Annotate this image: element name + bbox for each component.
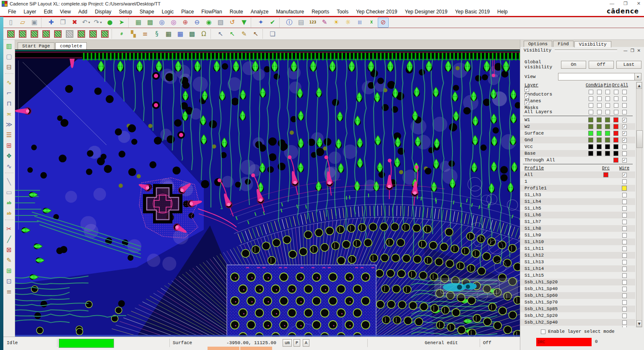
- profile-wire-checkbox[interactable]: [622, 280, 627, 285]
- profile-wire-checkbox[interactable]: [622, 267, 627, 271]
- trace-slide-icon[interactable]: ╱: [4, 234, 15, 245]
- route-fanout-icon[interactable]: [52, 29, 63, 39]
- maximize-button[interactable]: ❐: [623, 1, 628, 6]
- group-vis-checkbox[interactable]: [589, 90, 593, 94]
- menu-tools[interactable]: Tools: [333, 8, 352, 16]
- layer-swap-icon[interactable]: ❖: [4, 151, 15, 161]
- panel-close-icon[interactable]: ✕: [637, 48, 641, 53]
- delete-icon[interactable]: ✖: [69, 18, 80, 28]
- ratsnest-icon[interactable]: ✦: [255, 18, 266, 28]
- visibility-off-button[interactable]: Off: [589, 61, 614, 69]
- menu-route[interactable]: Route: [226, 8, 247, 16]
- grid-toggle-icon[interactable]: #: [116, 29, 127, 39]
- group-vis-checkbox[interactable]: [614, 96, 618, 101]
- profile-wire-checkbox[interactable]: [622, 213, 627, 218]
- layer-color-swatch[interactable]: [597, 137, 602, 143]
- profile-wire-checkbox[interactable]: [622, 300, 627, 305]
- layer-color-swatch[interactable]: [605, 131, 610, 136]
- group-vis-checkbox[interactable]: [597, 110, 602, 114]
- layer-all-checkbox[interactable]: [622, 145, 627, 149]
- profile-wire-checkbox[interactable]: [622, 320, 627, 325]
- profile-drc-swatch[interactable]: [603, 172, 608, 177]
- profile-wire-checkbox[interactable]: [622, 233, 627, 238]
- chevron-down-icon[interactable]: ▼: [634, 73, 641, 80]
- group-vis-checkbox[interactable]: [614, 103, 618, 108]
- zoom-in-icon[interactable]: ⊕: [180, 18, 191, 28]
- verify-icon[interactable]: ✔: [267, 18, 278, 28]
- route-hug-icon[interactable]: [88, 29, 99, 39]
- zoom-points-icon[interactable]: ◎: [168, 18, 179, 28]
- layer-color-swatch[interactable]: [605, 117, 610, 122]
- menu-manufacture[interactable]: Manufacture: [272, 8, 308, 16]
- component-info-icon[interactable]: ▤: [296, 18, 306, 28]
- via-meander-icon[interactable]: ∿: [4, 161, 15, 172]
- menu-place[interactable]: Place: [177, 8, 197, 16]
- cm-table-icon[interactable]: ▦: [163, 29, 174, 39]
- group-vis-checkbox[interactable]: [622, 110, 627, 114]
- layer-all-checkbox[interactable]: [622, 118, 627, 122]
- panel-tab-visibility[interactable]: Visibility: [574, 41, 611, 47]
- pad-edit-icon[interactable]: ⊞: [4, 266, 15, 276]
- profile-wire-checkbox[interactable]: [622, 193, 627, 197]
- layer-color-swatch[interactable]: [613, 158, 618, 163]
- profile-wire-checkbox[interactable]: [622, 240, 627, 244]
- layer-all-checkbox[interactable]: [622, 124, 627, 129]
- zoom-world-icon[interactable]: ▩: [145, 18, 156, 28]
- group-vis-checkbox[interactable]: [597, 90, 602, 94]
- layer-color-swatch[interactable]: [597, 124, 602, 129]
- menu-yep-checker-2019[interactable]: Yep Checker 2019: [352, 8, 401, 16]
- enable-layer-select-checkbox[interactable]: [541, 329, 545, 334]
- route-fan-icon[interactable]: ≫: [4, 119, 15, 130]
- add-connect-icon[interactable]: ∿: [4, 78, 15, 88]
- route-matrix-icon[interactable]: ⊞: [4, 140, 15, 151]
- group-vis-checkbox[interactable]: [597, 103, 602, 108]
- layer-color-swatch[interactable]: [597, 131, 602, 136]
- menu-edit[interactable]: Edit: [40, 8, 56, 16]
- shape-select-icon[interactable]: ⊡: [4, 276, 15, 287]
- menu-view[interactable]: View: [56, 8, 75, 16]
- group-vis-checkbox[interactable]: [589, 110, 593, 114]
- layer-color-swatch[interactable]: [605, 144, 610, 149]
- menu-logic[interactable]: Logic: [158, 8, 178, 16]
- constraint-table-icon[interactable]: ▩: [187, 29, 197, 39]
- highlight-icon[interactable]: ●: [104, 18, 115, 28]
- pin-swap-icon[interactable]: ≍: [4, 109, 15, 119]
- route-glossing-icon[interactable]: [41, 29, 52, 39]
- scroll-thumb[interactable]: [636, 130, 643, 148]
- text-add-icon[interactable]: ab: [4, 198, 15, 208]
- menu-add[interactable]: Add: [75, 8, 91, 16]
- zoom-dynamic-icon[interactable]: ◉: [203, 18, 214, 28]
- group-vis-checkbox[interactable]: [614, 90, 618, 94]
- dfa-table-icon[interactable]: ▦: [175, 29, 186, 39]
- menu-setup[interactable]: Setup: [115, 8, 136, 16]
- design-sync-icon[interactable]: ▥: [4, 41, 15, 52]
- color-brush-icon[interactable]: ✎: [319, 18, 330, 28]
- layer-color-swatch[interactable]: [588, 124, 593, 129]
- panel-tab-find[interactable]: Find: [553, 41, 573, 47]
- flip-design-icon[interactable]: ▼: [239, 18, 249, 28]
- layer-all-checkbox[interactable]: [622, 131, 627, 136]
- layer-color-swatch[interactable]: [613, 137, 618, 143]
- padstack-editor-icon[interactable]: Ω: [198, 29, 209, 39]
- menu-reports[interactable]: Reports: [308, 8, 333, 16]
- group-vis-checkbox[interactable]: [605, 103, 610, 108]
- slide-icon[interactable]: ↖: [215, 29, 226, 39]
- profile-wire-checkbox[interactable]: [622, 246, 627, 251]
- shadow-mode-icon[interactable]: ☀: [331, 18, 342, 28]
- route-custom-smooth-icon[interactable]: [29, 29, 40, 39]
- layer-color-swatch[interactable]: [613, 131, 618, 136]
- group-checkbox[interactable]: [525, 101, 529, 105]
- group-vis-checkbox[interactable]: [605, 90, 610, 94]
- menu-layer[interactable]: Layer: [20, 8, 40, 16]
- route-editor-icon[interactable]: [64, 29, 75, 39]
- group-vis-checkbox[interactable]: [597, 96, 602, 101]
- measure-icon[interactable]: 123: [307, 18, 318, 28]
- profile-wire-checkbox[interactable]: [622, 287, 627, 291]
- layer-all-checkbox[interactable]: [622, 158, 627, 163]
- trace-cut-icon[interactable]: ✂: [4, 224, 15, 234]
- profile-wire-checkbox[interactable]: [622, 253, 627, 258]
- tab-complete[interactable]: complete: [55, 42, 87, 50]
- zoom-fit-icon[interactable]: ▦: [133, 18, 144, 28]
- view-dropdown[interactable]: ▼: [558, 73, 641, 80]
- highlight-pick-icon[interactable]: ⊘: [378, 18, 389, 28]
